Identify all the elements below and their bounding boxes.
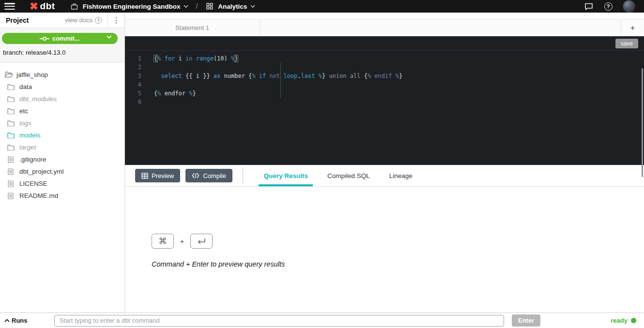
code-line-3[interactable]: 3 select {{ i }} as number {% if not loo… [125,72,644,80]
tree-item-logs[interactable]: logs [0,117,124,129]
hint-text: Command + Enter to preview query results [152,260,285,268]
plus-sign: + [180,238,184,245]
kebab-menu-icon[interactable]: ⋮ [108,13,124,28]
dbt-command-input[interactable] [54,315,504,327]
file-icon [6,180,15,187]
tree-item-readme-md[interactable]: README.md [0,190,124,202]
view-docs-label: view docs [65,16,92,24]
tab-statement-1[interactable]: Statement 1 [125,20,260,36]
commit-chevron-down-icon[interactable] [107,35,112,39]
tree-item-label: jaffle_shop [16,71,48,78]
status-label: ready [611,317,628,324]
tree-item-etc[interactable]: etc [0,105,124,117]
help-icon[interactable]: ? [603,1,613,11]
tree-item-label: dbt_project.yml [19,168,64,175]
avatar[interactable] [623,0,635,13]
code-area[interactable]: 1{% for i in range(10) %}23 select {{ i … [125,51,644,165]
view-docs-link[interactable]: view docs ? [65,16,102,24]
chat-icon[interactable] [584,1,594,11]
line-number: 3 [125,72,141,80]
git-commit-icon [40,36,49,41]
top-bar-actions: ? [584,0,635,13]
dbt-logo-word: dbt [40,1,55,12]
folder-icon [6,145,15,150]
file-icon [6,156,15,163]
preview-button[interactable]: Preview [135,169,180,182]
tree-item--gitignore[interactable]: .gitignore [0,153,124,165]
chevron-up-icon [4,319,10,322]
results-toolbar: Preview Compile Query ResultsCompiled SQ… [125,165,644,187]
tree-item-license[interactable]: LICENSE [0,178,124,190]
line-number: 2 [125,63,141,72]
runs-drawer-toggle[interactable]: Runs [0,317,54,324]
table-icon [141,173,148,179]
status-dot-icon [631,318,636,323]
tree-item-models[interactable]: models [0,129,124,141]
enter-button[interactable]: Enter [512,314,540,327]
dbt-logo[interactable]: ✖ dbt [30,1,55,12]
main-top-gap [125,13,644,19]
command-bar: Runs Enter ready [0,313,644,328]
code-line-1[interactable]: 1{% for i in range(10) %} [125,54,644,63]
compile-label: Compile [203,172,226,179]
code-line-2[interactable]: 2 [125,63,644,72]
code-line-4[interactable]: 4 [125,80,644,89]
file-icon [6,193,15,199]
tree-item-label: dbt_modules [19,95,57,103]
code-line-6[interactable]: 6 [125,98,644,106]
sidebar: Project view docs ? ⋮ commit... branch: … [0,13,125,313]
results-pane: ⌘ + Command + Enter to preview query res… [125,187,644,313]
chevron-down-icon [184,5,188,8]
new-tab-button[interactable]: + [621,20,644,36]
sidebar-title: Project [6,16,29,24]
toolbar-divider [243,167,244,184]
folder-icon [6,120,15,126]
code-text: {% for i in range(10) %} [154,54,238,63]
app-body: Project view docs ? ⋮ commit... branch: … [0,13,644,313]
tree-item-label: LICENSE [19,180,47,187]
editor-scrollbar[interactable] [642,68,643,177]
project-selector[interactable]: Analytics [205,1,255,11]
top-bar: ✖ dbt Fishtown Engineering Sandbox / Ana… [0,0,644,13]
indent-guide [280,63,281,98]
tree-item-label: logs [19,119,31,127]
account-selector[interactable]: Fishtown Engineering Sandbox [70,1,189,11]
tree-item-dbt-project-yml[interactable]: dbt_project.yml [0,165,124,178]
tree-item-label: target [19,144,36,151]
runs-label: Runs [12,317,28,324]
branch-label: branch: release/4.13.0 [0,44,124,56]
tree-item-label: models [19,132,41,139]
tree-item-jaffle-shop[interactable]: jaffle_shop [0,69,124,81]
tree-item-label: README.md [19,192,58,199]
code-text: {% endfor %} [154,89,196,98]
account-name: Fishtown Engineering Sandbox [83,3,181,10]
tree-item-label: .gitignore [19,156,46,163]
code-text: select {{ i }} as number {% if not loop.… [154,72,402,80]
code-editor[interactable]: save 1{% for i in range(10) %}23 select … [125,36,644,165]
line-number: 4 [125,80,141,89]
command-key-icon: ⌘ [152,234,174,249]
view-docs-help-icon: ? [95,17,102,24]
tree-item-data[interactable]: data [0,81,124,93]
file-tree: jaffle_shopdatadbt_modulesetclogsmodelst… [0,62,124,313]
tab-lineage[interactable]: Lineage [380,165,422,186]
line-number: 6 [125,98,141,106]
commit-button[interactable]: commit... [2,33,118,44]
line-number: 5 [125,89,141,98]
hamburger-menu-icon[interactable] [4,3,15,10]
code-line-5[interactable]: 5{% endfor %} [125,89,644,98]
enter-key-icon [190,234,213,249]
tree-item-label: data [19,83,32,90]
save-button[interactable]: save [615,39,638,48]
dbt-logo-mark-icon: ✖ [30,1,38,11]
status-indicator: ready [611,317,636,324]
tree-item-dbt-modules[interactable]: dbt_modules [0,93,124,105]
compile-button[interactable]: Compile [185,169,232,182]
breadcrumb: Fishtown Engineering Sandbox / Analytics [70,1,256,11]
tree-item-target[interactable]: target [0,141,124,153]
folder-open-icon [4,72,13,78]
tree-item-label: etc [19,107,28,115]
tab-query-results[interactable]: Query Results [254,165,318,186]
tab-compiled-sql[interactable]: Compiled SQL [318,165,380,186]
briefcase-icon [70,1,79,11]
